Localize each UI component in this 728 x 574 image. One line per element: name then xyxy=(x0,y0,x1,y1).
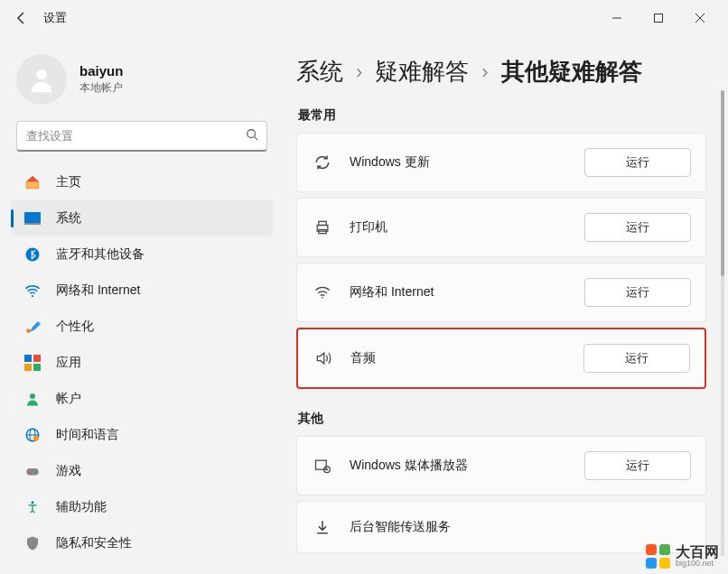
svg-rect-21 xyxy=(26,468,39,476)
svg-point-11 xyxy=(26,329,31,333)
watermark-logo-icon xyxy=(646,544,670,569)
run-button[interactable]: 运行 xyxy=(584,148,691,177)
run-button[interactable]: 运行 xyxy=(583,344,690,373)
troubleshooter-label: 后台智能传送服务 xyxy=(350,519,691,535)
watermark-url: big100.net xyxy=(676,560,719,568)
minimize-icon xyxy=(612,14,621,23)
bluetooth-icon xyxy=(23,245,42,264)
svg-rect-14 xyxy=(24,364,32,371)
section-other: 其他 xyxy=(298,411,706,427)
media-icon xyxy=(312,455,333,477)
shield-icon xyxy=(23,534,42,552)
titlebar: 设置 xyxy=(0,0,728,36)
volume-icon xyxy=(313,347,334,369)
troubleshooter-windows-update: Windows 更新 运行 xyxy=(296,133,706,192)
scrollbar[interactable] xyxy=(721,90,724,556)
window-title: 设置 xyxy=(43,10,67,26)
nav-label: 蓝牙和其他设备 xyxy=(56,246,145,263)
svg-point-5 xyxy=(247,130,256,138)
nav-apps[interactable]: 应用 xyxy=(11,345,273,381)
troubleshooter-label: Windows 更新 xyxy=(350,154,584,171)
svg-rect-1 xyxy=(655,14,663,23)
nav-home[interactable]: 主页 xyxy=(11,164,273,200)
maximize-button[interactable] xyxy=(638,4,679,32)
troubleshooter-label: 网络和 Internet xyxy=(350,284,584,301)
breadcrumb-current: 其他疑难解答 xyxy=(501,56,642,88)
apps-icon xyxy=(23,354,42,372)
run-button[interactable]: 运行 xyxy=(584,451,691,480)
refresh-icon xyxy=(312,152,333,173)
nav-list: 主页 系统 蓝牙和其他设备 网络和 Internet 个性化 xyxy=(11,164,273,574)
run-button[interactable]: 运行 xyxy=(584,278,691,307)
nav-accessibility[interactable]: 辅助功能 xyxy=(11,489,273,525)
maximize-icon xyxy=(654,14,663,23)
wifi-icon xyxy=(312,282,333,303)
brush-icon xyxy=(23,318,42,336)
nav-label: 游戏 xyxy=(56,463,81,479)
system-icon xyxy=(23,209,42,227)
svg-rect-13 xyxy=(33,355,41,362)
arrow-left-icon xyxy=(14,11,29,25)
breadcrumb-system[interactable]: 系统 xyxy=(296,56,343,88)
svg-point-4 xyxy=(36,69,46,79)
nav-label: 隐私和安全性 xyxy=(56,535,132,551)
nav-system[interactable]: 系统 xyxy=(11,200,273,236)
troubleshooter-printer: 打印机 运行 xyxy=(296,198,706,257)
nav-network[interactable]: 网络和 Internet xyxy=(11,273,273,309)
download-icon xyxy=(312,516,333,538)
nav-label: 时间和语言 xyxy=(56,427,119,443)
profile[interactable]: baiyun 本地帐户 xyxy=(11,43,273,121)
home-icon xyxy=(23,173,42,191)
globe-icon xyxy=(23,426,42,444)
svg-rect-15 xyxy=(33,364,41,371)
svg-point-9 xyxy=(26,248,40,262)
svg-point-16 xyxy=(30,393,35,399)
svg-point-24 xyxy=(32,501,34,504)
troubleshooter-network: 网络和 Internet 运行 xyxy=(296,263,706,322)
svg-point-23 xyxy=(34,471,36,473)
nav-label: 个性化 xyxy=(56,319,94,335)
breadcrumb: 系统 › 疑难解答 › 其他疑难解答 xyxy=(296,56,706,88)
svg-point-22 xyxy=(29,471,31,473)
run-button[interactable]: 运行 xyxy=(584,213,691,242)
svg-rect-12 xyxy=(24,355,32,362)
gamepad-icon xyxy=(23,462,42,480)
wifi-icon xyxy=(23,282,42,300)
nav-privacy[interactable]: 隐私和安全性 xyxy=(11,525,273,561)
troubleshooter-audio: 音频 运行 xyxy=(296,328,706,389)
svg-rect-7 xyxy=(24,212,41,223)
section-frequent: 最常用 xyxy=(298,107,706,124)
svg-point-20 xyxy=(33,436,39,441)
accessibility-icon xyxy=(23,498,42,516)
profile-sub: 本地帐户 xyxy=(79,80,123,96)
svg-rect-8 xyxy=(24,223,41,225)
search-input[interactable] xyxy=(16,121,267,152)
main-content: 系统 › 疑难解答 › 其他疑难解答 最常用 Windows 更新 运行 打印机… xyxy=(280,36,728,574)
close-button[interactable] xyxy=(679,4,721,32)
svg-point-28 xyxy=(322,297,323,299)
nav-label: 辅助功能 xyxy=(56,499,107,515)
troubleshooter-media-player: Windows 媒体播放器 运行 xyxy=(296,436,706,495)
profile-name: baiyun xyxy=(79,63,123,79)
printer-icon xyxy=(312,217,333,238)
troubleshooter-bits: 后台智能传送服务 xyxy=(296,501,706,553)
nav-label: 主页 xyxy=(56,174,81,190)
svg-rect-26 xyxy=(319,221,326,225)
sidebar: baiyun 本地帐户 主页 系统 xyxy=(0,36,280,574)
nav-accounts[interactable]: 帐户 xyxy=(11,381,273,417)
minimize-button[interactable] xyxy=(596,4,638,32)
person-icon xyxy=(26,64,57,95)
back-button[interactable] xyxy=(7,4,36,32)
nav-personalization[interactable]: 个性化 xyxy=(11,309,273,345)
nav-gaming[interactable]: 游戏 xyxy=(11,453,273,489)
svg-point-10 xyxy=(32,295,33,297)
troubleshooter-label: 打印机 xyxy=(350,219,584,236)
search-icon xyxy=(246,128,258,144)
breadcrumb-troubleshoot[interactable]: 疑难解答 xyxy=(375,56,469,88)
nav-label: 应用 xyxy=(56,355,81,371)
nav-bluetooth[interactable]: 蓝牙和其他设备 xyxy=(11,236,273,273)
scrollbar-thumb[interactable] xyxy=(721,90,724,276)
close-icon xyxy=(695,14,705,23)
nav-time-language[interactable]: 时间和语言 xyxy=(11,417,273,453)
nav-label: 帐户 xyxy=(56,391,81,407)
